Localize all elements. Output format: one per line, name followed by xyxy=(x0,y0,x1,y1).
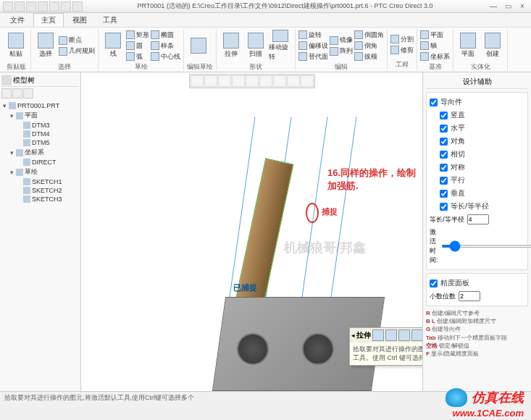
tree-planes[interactable]: ▾平面 xyxy=(1,110,79,121)
draft-button[interactable]: 拔模 xyxy=(354,51,384,62)
chk-symmetric[interactable]: 对称 xyxy=(440,161,524,174)
split-button[interactable]: 分割 xyxy=(390,34,414,44)
tree-sketch3[interactable]: SKETCH3 xyxy=(1,195,79,203)
snap-indicator xyxy=(306,203,319,223)
window-title: PRT0001 (活动的) E:\Creo工作目录\工作文件\0912\Dire… xyxy=(83,1,488,11)
delay-slider[interactable] xyxy=(441,245,531,248)
axis-button[interactable]: 轴 xyxy=(420,41,450,51)
centerline-button[interactable]: 中心线 xyxy=(151,51,180,62)
chk-equal[interactable]: 等长/等半径 xyxy=(440,200,524,213)
arc-button[interactable]: 弧 xyxy=(126,51,149,62)
pattern-button[interactable]: 阵列 xyxy=(330,46,353,56)
tree-csys-folder[interactable]: ▾坐标系 xyxy=(1,147,79,158)
mirror-button[interactable]: 镜像 xyxy=(330,35,353,46)
qat-regen-icon[interactable] xyxy=(61,1,71,12)
tab-view[interactable]: 视图 xyxy=(65,14,94,27)
solidify-plane-button[interactable]: 平面 xyxy=(456,30,480,62)
tree-sketch-folder[interactable]: ▾草绘 xyxy=(1,167,79,177)
vp-rotate-icon[interactable] xyxy=(232,75,245,87)
rotate-icon xyxy=(298,30,307,39)
tree-direct[interactable]: DIRECT xyxy=(1,158,79,167)
datum-icon xyxy=(23,122,30,129)
csys-button[interactable]: 坐标系 xyxy=(420,51,450,62)
close-button[interactable]: × xyxy=(517,2,528,11)
chk-horizontal[interactable]: 水平 xyxy=(440,122,524,135)
popup-opt1-icon[interactable] xyxy=(385,329,397,341)
chamfer-button[interactable]: 倒角 xyxy=(354,41,384,51)
precision-header[interactable]: 精度面板 xyxy=(430,277,524,290)
tree-tb-1[interactable] xyxy=(1,88,12,98)
editsketch-button[interactable] xyxy=(187,30,210,62)
decimals-input[interactable] xyxy=(459,291,480,301)
round-button[interactable]: 倒圆角 xyxy=(354,30,384,40)
popup-opt2-icon[interactable] xyxy=(398,329,410,341)
tree-dtm5[interactable]: DTM5 xyxy=(1,138,79,147)
extrude-button[interactable]: 拉伸 xyxy=(219,30,243,62)
plane-button[interactable]: 平面 xyxy=(420,30,450,40)
ribbon-group-shape: 拉伸 扫描 移动旋转 形状 xyxy=(217,29,296,70)
vp-zoomin-icon[interactable] xyxy=(204,75,217,87)
circle-button[interactable]: 圆 xyxy=(126,41,149,51)
viewport-3d[interactable]: 16.同样的操作，绘制加强筋. 捕捉 已捕捉 机械狼哥/邦鑫 ◂ 拉伸 拾取要对… xyxy=(81,72,422,391)
folder-icon xyxy=(16,149,23,156)
sweep-button[interactable]: 扫描 xyxy=(244,30,267,62)
rotate-button[interactable]: 旋转 xyxy=(298,30,328,40)
popup-toolbar: ◂ 拉伸 xyxy=(350,328,422,343)
popup-opt3-icon[interactable] xyxy=(411,329,422,341)
tree-sketch1[interactable]: SKETCH1 xyxy=(1,177,79,186)
paste-button[interactable]: 粘贴 xyxy=(4,30,28,62)
chk-diagonal[interactable]: 对角 xyxy=(440,135,524,148)
move-button[interactable]: 移动旋转 xyxy=(269,30,292,62)
geomrule-button[interactable]: 几何规则 xyxy=(59,46,95,56)
replace-icon xyxy=(298,52,307,61)
vp-pan-icon[interactable] xyxy=(246,75,259,87)
vp-annot-icon[interactable] xyxy=(301,75,314,87)
vp-datum-icon[interactable] xyxy=(287,75,300,87)
spline-button[interactable]: 样条 xyxy=(151,41,180,51)
qat-close-icon[interactable] xyxy=(72,1,83,12)
vp-zoomout-icon[interactable] xyxy=(218,75,231,87)
vp-refit-icon[interactable] xyxy=(191,75,204,87)
offset-button[interactable]: 偏移设 xyxy=(298,41,328,51)
chk-tangent[interactable]: 相切 xyxy=(440,148,524,161)
line-button[interactable]: 线 xyxy=(101,30,125,62)
folder-icon xyxy=(16,112,23,119)
chain-button[interactable]: 断点 xyxy=(59,35,95,46)
tree-sketch2[interactable]: SKETCH2 xyxy=(1,186,79,195)
tree-dtm3[interactable]: DTM3 xyxy=(1,121,79,130)
rect-button[interactable]: 矩形 xyxy=(126,30,149,40)
replace-button[interactable]: 替代面 xyxy=(298,51,328,62)
delay-row: 激活时间: xyxy=(430,226,524,266)
title-bar: PRT0001 (活动的) E:\Creo工作目录\工作文件\0912\Dire… xyxy=(0,0,531,13)
vp-view-icon[interactable] xyxy=(259,75,272,87)
equal-tol-input[interactable] xyxy=(467,214,489,224)
popup-extrude-icon[interactable] xyxy=(372,329,384,341)
tree-tb-3[interactable] xyxy=(23,88,33,98)
qat-undo-icon[interactable] xyxy=(38,1,48,12)
chk-parallel[interactable]: 平行 xyxy=(440,174,524,187)
qat-new-icon[interactable] xyxy=(3,1,13,12)
guides-header[interactable]: 导向件 xyxy=(430,96,524,109)
tab-tools[interactable]: 工具 xyxy=(96,14,125,27)
merge-button[interactable]: 修剪 xyxy=(390,45,414,55)
solidify-quilt-button[interactable]: 创建 xyxy=(481,30,504,62)
ellipse-icon xyxy=(151,30,159,39)
pattern-icon xyxy=(330,47,338,56)
chk-vertical[interactable]: 竖直 xyxy=(440,109,524,122)
qat-open-icon[interactable] xyxy=(14,1,25,12)
qat-redo-icon[interactable] xyxy=(49,1,59,12)
vp-style-icon[interactable] xyxy=(273,75,286,87)
tree-root[interactable]: ▾PRT0001.PRT xyxy=(1,101,79,110)
tree-tb-2[interactable] xyxy=(12,88,22,98)
qat-save-icon[interactable] xyxy=(26,1,36,12)
tab-file[interactable]: 文件 xyxy=(3,14,32,27)
tree-dtm4[interactable]: DTM4 xyxy=(1,130,79,138)
select-button[interactable]: 选择 xyxy=(34,30,57,62)
minimize-button[interactable]: — xyxy=(488,2,499,11)
maximize-button[interactable]: ▭ xyxy=(502,2,514,11)
tab-home[interactable]: 主页 xyxy=(33,13,64,27)
spline-icon xyxy=(151,41,159,50)
ellipse-button[interactable]: 椭圆 xyxy=(151,30,180,40)
window-controls: — ▭ × xyxy=(488,2,528,11)
chk-perpendicular[interactable]: 垂直 xyxy=(440,187,524,200)
